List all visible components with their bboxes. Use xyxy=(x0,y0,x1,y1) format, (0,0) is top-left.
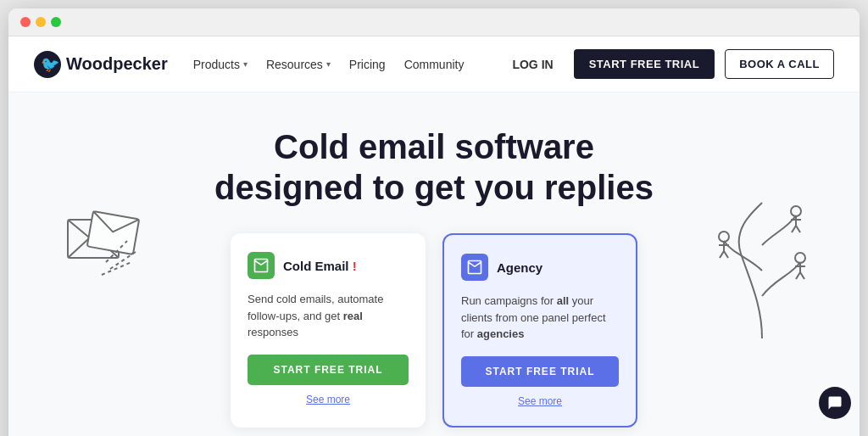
maximize-dot[interactable] xyxy=(51,17,61,27)
svg-line-18 xyxy=(796,226,800,232)
chat-icon xyxy=(827,395,843,411)
nav-community[interactable]: Community xyxy=(404,58,465,71)
agency-title: Agency xyxy=(497,260,542,275)
product-cards: Cold Email ! Send cold emails, automate … xyxy=(205,233,663,428)
deco-envelope-illustration xyxy=(59,194,161,299)
svg-line-17 xyxy=(792,226,796,232)
svg-line-23 xyxy=(724,251,728,258)
cold-email-trial-button[interactable]: START FREE TRIAL xyxy=(248,355,409,385)
logo-text: Woodpecker xyxy=(66,54,168,74)
hero-title: Cold email software designed to get you … xyxy=(25,126,843,208)
navbar: 🐦 Woodpecker Products ▾ Resources ▾ Pric… xyxy=(8,36,860,92)
close-dot[interactable] xyxy=(20,17,31,27)
cold-email-desc: Send cold emails, automate follow-ups, a… xyxy=(248,291,409,341)
logo[interactable]: 🐦 Woodpecker xyxy=(34,51,168,78)
chevron-down-icon: ▾ xyxy=(243,59,248,69)
cold-email-card: Cold Email ! Send cold emails, automate … xyxy=(231,233,426,428)
chat-bubble-button[interactable] xyxy=(819,387,851,419)
chevron-down-icon: ▾ xyxy=(326,59,331,69)
agency-card-header: Agency xyxy=(461,254,619,281)
agency-trial-button[interactable]: START FREE TRIAL xyxy=(461,356,619,387)
agency-card: Agency Run campaigns for all your client… xyxy=(442,233,637,428)
cold-email-icon xyxy=(248,252,275,279)
nav-resources[interactable]: Resources ▾ xyxy=(266,58,331,71)
cold-email-see-more[interactable]: See more xyxy=(248,394,409,405)
svg-point-9 xyxy=(795,253,805,263)
minimize-dot[interactable] xyxy=(36,17,46,27)
svg-line-12 xyxy=(796,272,800,279)
book-call-button[interactable]: BOOK A CALL xyxy=(725,49,834,79)
woodpecker-logo-icon: 🐦 xyxy=(34,51,61,78)
start-trial-button[interactable]: START FREE TRIAL xyxy=(574,49,715,79)
svg-line-22 xyxy=(720,251,724,258)
nav-actions: LOG IN START FREE TRIAL BOOK A CALL xyxy=(502,49,834,79)
cold-email-card-header: Cold Email ! xyxy=(248,252,409,279)
svg-text:🐦: 🐦 xyxy=(41,55,60,74)
nav-products[interactable]: Products ▾ xyxy=(193,58,248,71)
agency-icon xyxy=(461,254,488,281)
login-button[interactable]: LOG IN xyxy=(502,51,563,78)
nav-links: Products ▾ Resources ▾ Pricing Community xyxy=(193,58,503,71)
browser-dots xyxy=(20,17,61,27)
svg-rect-5 xyxy=(87,211,139,254)
hero-section: Cold email software designed to get you … xyxy=(8,92,860,436)
svg-point-19 xyxy=(719,232,729,242)
browser-chrome xyxy=(8,8,860,36)
cold-email-title: Cold Email ! xyxy=(283,259,357,273)
page-content: 🐦 Woodpecker Products ▾ Resources ▾ Pric… xyxy=(8,36,860,436)
svg-line-13 xyxy=(800,272,804,279)
svg-line-3 xyxy=(68,238,89,258)
agency-desc: Run campaigns for all your clients from … xyxy=(461,293,619,343)
agency-see-more[interactable]: See more xyxy=(461,395,619,407)
nav-pricing[interactable]: Pricing xyxy=(349,58,386,71)
